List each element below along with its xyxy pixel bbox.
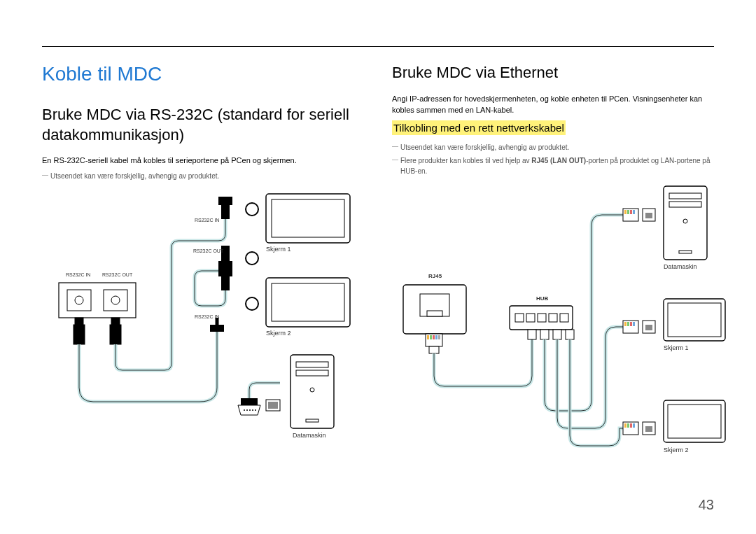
right-heading: Bruke MDC via Ethernet	[392, 63, 714, 83]
svg-point-26	[249, 409, 251, 411]
svg-point-2	[75, 296, 83, 304]
svg-rect-85	[668, 405, 721, 438]
label-rs232c-in-top: RS232C IN	[66, 272, 90, 277]
svg-point-25	[246, 409, 248, 411]
svg-rect-51	[560, 314, 568, 322]
svg-rect-14	[218, 268, 232, 276]
svg-rect-44	[438, 335, 440, 339]
svg-point-15	[246, 203, 258, 216]
svg-rect-71	[624, 423, 626, 428]
svg-rect-10	[218, 197, 232, 205]
page-number: 43	[699, 497, 714, 513]
svg-rect-6	[74, 325, 85, 344]
svg-rect-45	[429, 346, 439, 353]
svg-rect-38	[427, 311, 442, 316]
svg-rect-9	[221, 204, 230, 219]
svg-rect-42	[433, 335, 435, 339]
label-skjerm2-left: Skjerm 2	[266, 330, 291, 337]
right-diagram: RJ45 HUB Datamaskin Skjerm 1 Skjerm 2	[392, 183, 714, 484]
svg-rect-83	[668, 303, 721, 337]
svg-point-16	[246, 252, 258, 265]
label-skjerm2-right: Skjerm 2	[664, 447, 689, 454]
svg-rect-43	[435, 335, 438, 339]
svg-rect-59	[630, 210, 632, 214]
label-skjerm1-right: Skjerm 1	[664, 344, 689, 351]
left-note: Utseendet kan være forskjellig, avhengig…	[42, 171, 364, 181]
svg-point-24	[244, 409, 245, 411]
svg-rect-58	[627, 210, 629, 214]
label-rs232c-out-top: RS232C OUT	[102, 272, 132, 277]
svg-rect-57	[624, 210, 626, 214]
label-datamaskin-left: Datamaskin	[293, 432, 326, 439]
left-column: Koble til MDC Bruke MDC via RS-232C (sta…	[42, 63, 364, 484]
right-note1: Utseendet kan være forskjellig, avhengig…	[392, 142, 714, 153]
svg-rect-55	[566, 330, 574, 339]
label-rj45: RJ45	[428, 273, 442, 279]
label-datamaskin-right: Datamaskin	[664, 263, 697, 270]
svg-rect-64	[624, 322, 626, 326]
svg-rect-60	[633, 210, 635, 214]
svg-rect-40	[427, 335, 429, 339]
left-diagram: RS232C IN RS232C OUT RS232C IN RS232C OU…	[42, 188, 364, 454]
label-skjerm1-left: Skjerm 1	[266, 246, 291, 253]
svg-rect-65	[627, 322, 629, 326]
svg-rect-62	[645, 213, 652, 218]
svg-rect-5	[75, 318, 83, 325]
svg-rect-49	[538, 314, 546, 322]
svg-rect-48	[526, 314, 535, 322]
svg-point-17	[246, 297, 258, 310]
svg-rect-21	[272, 283, 344, 321]
svg-point-27	[252, 409, 253, 411]
svg-rect-67	[633, 322, 635, 326]
left-paragraph: En RS-232C-seriell kabel må kobles til s…	[42, 155, 364, 167]
label-rs232c-in-2: RS232C IN	[195, 314, 219, 319]
svg-rect-30	[268, 402, 278, 409]
svg-rect-23	[241, 398, 258, 405]
svg-rect-22	[210, 325, 224, 332]
svg-rect-72	[627, 423, 629, 428]
svg-rect-7	[111, 318, 120, 325]
svg-rect-8	[110, 325, 121, 344]
svg-rect-53	[540, 330, 549, 339]
svg-rect-50	[549, 314, 557, 322]
svg-point-28	[255, 409, 256, 411]
svg-rect-47	[515, 314, 524, 322]
page-title: Koble til MDC	[42, 63, 364, 85]
svg-rect-66	[630, 322, 632, 326]
svg-rect-19	[272, 199, 344, 237]
svg-rect-41	[430, 335, 432, 339]
right-paragraph: Angi IP-adressen for hovedskjermenheten,…	[392, 93, 714, 116]
left-heading: Bruke MDC via RS-232C (standard for seri…	[42, 105, 364, 145]
svg-rect-73	[630, 423, 632, 428]
svg-rect-52	[528, 330, 536, 339]
svg-point-4	[111, 296, 120, 304]
label-rs232c-out-mid: RS232C OUT	[193, 248, 223, 253]
label-rs232c-in-1: RS232C IN	[195, 218, 219, 223]
svg-rect-76	[645, 426, 652, 432]
svg-rect-54	[553, 330, 561, 339]
right-note2: Flere produkter kan kobles til ved hjelp…	[392, 155, 714, 176]
svg-rect-74	[633, 423, 635, 428]
label-hub: HUB	[536, 295, 548, 302]
right-subheading: Tilkobling med en rett nettverkskabel	[392, 120, 566, 135]
svg-rect-13	[221, 275, 230, 290]
right-column: Bruke MDC via Ethernet Angi IP-adressen …	[392, 63, 714, 484]
svg-rect-69	[645, 325, 652, 330]
